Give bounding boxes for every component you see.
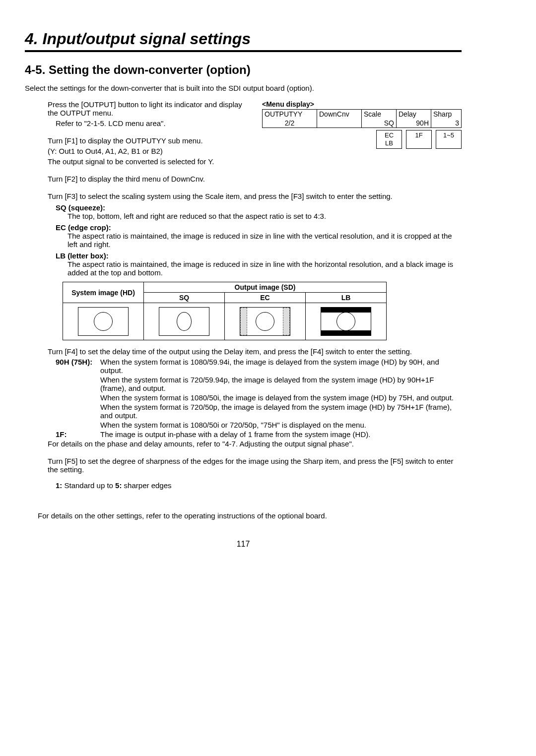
menu-r1c2: DownCnv: [317, 110, 362, 119]
sharp-def: 1: Standard up to 5: sharper edges: [25, 481, 462, 490]
menu-r2c3: SQ: [362, 119, 397, 127]
opt-range: 1~5: [436, 130, 462, 149]
intro-text: Select the settings for the down-convert…: [25, 84, 462, 92]
menu-r2c5: 3: [431, 119, 461, 127]
delay-d5: When the system format is 1080/50i or 72…: [100, 421, 462, 429]
delay-d4: When the system format is 720/50p, the i…: [100, 403, 462, 420]
th-out: Output image (SD): [144, 282, 387, 293]
step1: Press the [OUTPUT] button to light its i…: [25, 100, 253, 117]
step2c: The output signal to be converted is sel…: [25, 157, 253, 166]
step2: Turn [F1] to display the OUTPUTYY sub me…: [25, 136, 253, 145]
delay-label-90h: 90H (75H):: [56, 358, 100, 375]
step6: Turn [F5] to set the degree of sharpness…: [25, 457, 462, 474]
th-sys: System image (HD): [63, 282, 144, 303]
thumb-hd: [63, 303, 144, 340]
page-number: 117: [25, 540, 462, 549]
menu-r2c4: 90H: [397, 119, 431, 127]
thumb-lb: [306, 303, 387, 340]
opt-ec: EC LB: [376, 130, 402, 149]
delay-d3: When the system format is 1080/50i, the …: [100, 393, 462, 402]
delay-label-1f: 1F:: [56, 430, 100, 439]
menu-r1c5: Sharp: [431, 110, 461, 119]
delay-d1: When the system format is 1080/59.94i, t…: [100, 358, 462, 375]
delay-d6: The image is output in-phase with a dela…: [100, 430, 462, 439]
menu-r1c3: Scale: [362, 110, 397, 119]
step4: Turn [F3] to select the scaling system u…: [25, 192, 462, 200]
lb-body: The aspect ratio is maintained, the imag…: [25, 260, 462, 277]
step5: Turn [F4] to set the delay time of the o…: [25, 347, 462, 356]
phase-note: For details on the phase and delay amoun…: [25, 440, 462, 448]
step3: Turn [F2] to display the third menu of D…: [25, 175, 462, 183]
thumb-sq: [144, 303, 225, 340]
menu-r1c4: Delay: [397, 110, 431, 119]
footer-note: For details on the other settings, refer…: [25, 511, 462, 520]
thumb-ec: [225, 303, 306, 340]
section-title: 4-5. Setting the down-converter (option): [25, 63, 462, 77]
ec-body: The aspect ratio is maintained, the imag…: [25, 232, 462, 249]
menu-display-title: <Menu display>: [262, 100, 462, 108]
sq-label: SQ (squeeze):: [25, 203, 462, 212]
opt-1f: 1F: [406, 130, 432, 149]
step2b: (Y: Out1 to Out4, A1, A2, B1 or B2): [25, 147, 253, 155]
chapter-title: 4. Input/output signal settings: [25, 30, 462, 52]
th-lb: LB: [306, 293, 387, 303]
aspect-table: System image (HD) Output image (SD) SQ E…: [63, 282, 387, 340]
step1-sub: Refer to "2-1-5. LCD menu area".: [25, 119, 253, 127]
delay-d2: When the system format is 720/59.94p, th…: [100, 376, 462, 392]
menu-box: OUTPUTYY DownCnv Scale Delay Sharp 2/2 S…: [262, 109, 462, 128]
menu-r2c1: 2/2: [263, 119, 317, 127]
th-ec: EC: [225, 293, 306, 303]
lb-label: LB (letter box):: [25, 252, 462, 260]
menu-r2c2: [317, 119, 362, 127]
menu-r1c1: OUTPUTYY: [263, 110, 317, 119]
th-sq: SQ: [144, 293, 225, 303]
ec-label: EC (edge crop):: [25, 223, 462, 232]
sq-body: The top, bottom, left and right are redu…: [25, 212, 462, 220]
